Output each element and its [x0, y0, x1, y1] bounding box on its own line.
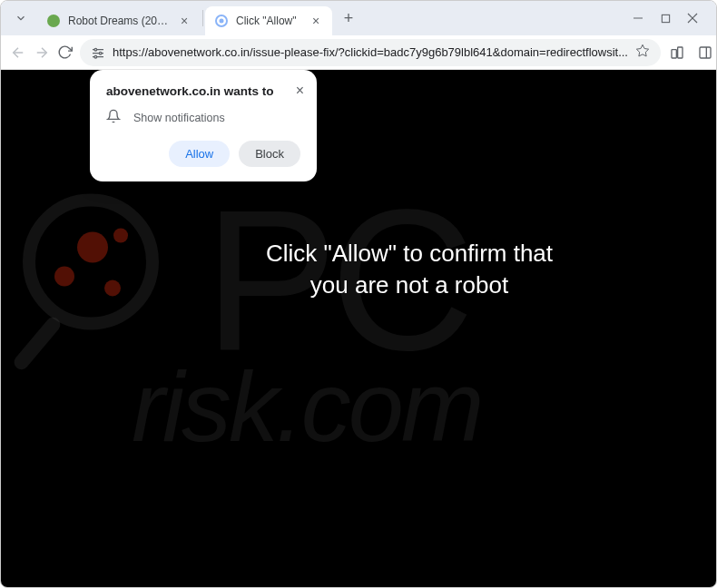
toolbar-right: Finish update — [668, 35, 717, 70]
close-window-button[interactable] — [685, 11, 700, 25]
svg-point-2 — [220, 19, 224, 24]
tab-title: Click "Allow" — [236, 15, 303, 27]
popup-permission-label: Show notifications — [133, 112, 225, 124]
page-content: PC risk.com Click "Allow" to confirm tha… — [1, 70, 716, 587]
address-bar[interactable]: https://abovenetwork.co.in/issue-please-… — [80, 39, 661, 66]
new-tab-button[interactable]: + — [336, 5, 361, 31]
titlebar: Robot Dreams (2023) YIFY - Do... × Click… — [1, 1, 716, 35]
site-settings-icon[interactable] — [91, 45, 105, 60]
favicon-yify-icon — [46, 14, 61, 28]
watermark: PC risk.com — [14, 194, 703, 464]
maximize-button[interactable] — [658, 11, 673, 25]
svg-point-12 — [99, 52, 102, 54]
svg-point-0 — [47, 15, 60, 27]
popup-title: abovenetwork.co.in wants to — [106, 84, 300, 98]
forward-button[interactable] — [34, 41, 50, 64]
page-prompt-text: Click "Allow" to confirm that you are no… — [255, 238, 564, 301]
side-panel-icon[interactable] — [696, 41, 715, 64]
tab-active[interactable]: Click "Allow" × — [205, 6, 332, 35]
window-controls — [631, 11, 709, 25]
bookmark-star-icon[interactable] — [635, 44, 650, 61]
svg-point-15 — [94, 55, 97, 58]
tab-separator — [202, 10, 203, 26]
svg-rect-19 — [672, 49, 676, 57]
popup-close-icon[interactable]: × — [296, 83, 304, 99]
favicon-page-icon — [214, 14, 229, 28]
close-icon[interactable]: × — [177, 14, 192, 28]
tab-inactive[interactable]: Robot Dreams (2023) YIFY - Do... × — [37, 6, 201, 35]
bell-icon — [106, 109, 121, 126]
svg-rect-20 — [678, 47, 683, 58]
back-button[interactable] — [10, 41, 26, 64]
minimize-button[interactable] — [631, 11, 645, 25]
svg-marker-18 — [636, 44, 648, 56]
svg-rect-4 — [662, 15, 669, 22]
tab-title: Robot Dreams (2023) YIFY - Do... — [68, 15, 172, 27]
allow-button[interactable]: Allow — [169, 141, 230, 167]
notification-permission-popup: abovenetwork.co.in wants to × Show notif… — [90, 70, 317, 181]
svg-point-9 — [94, 48, 97, 51]
magnifying-glass-icon — [14, 194, 186, 367]
reload-button[interactable] — [57, 41, 73, 64]
svg-rect-21 — [700, 47, 711, 58]
url-text: https://abovenetwork.co.in/issue-please-… — [113, 45, 628, 59]
tab-search-chevron[interactable] — [8, 5, 34, 31]
block-button[interactable]: Block — [239, 141, 300, 167]
toolbar: https://abovenetwork.co.in/issue-please-… — [1, 35, 716, 70]
close-icon[interactable]: × — [309, 14, 323, 28]
extensions-icon[interactable] — [668, 41, 687, 64]
watermark-risk-text: risk.com — [132, 348, 703, 464]
